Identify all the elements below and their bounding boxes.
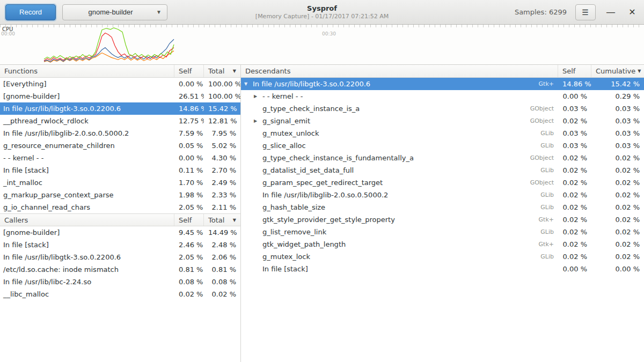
descendant-self-value: 0.02 % [558, 179, 591, 187]
function-row[interactable]: [Everything] 0.00 % 100.00 % [0, 78, 240, 90]
descendant-name-cell: g_type_check_instance_is_a GObject [241, 105, 558, 113]
descendant-row[interactable]: gtk_widget_path_length Gtk+ 0.02 % 0.02 … [241, 238, 644, 250]
descendant-cumulative-value: 0.02 % [591, 154, 644, 162]
descendant-row[interactable]: gtk_style_provider_get_style_property Gt… [241, 213, 644, 226]
function-row[interactable]: [gnome-builder] 26.51 % 100.00 % [0, 90, 240, 102]
descendant-row[interactable]: g_param_spec_get_redirect_target GObject… [241, 176, 644, 189]
descendant-name: In file /usr/lib/libglib-2.0.so.0.5000.2 [262, 191, 388, 199]
caller-name: [gnome-builder] [0, 228, 174, 237]
function-row[interactable]: In file /usr/lib/libgtk-3.so.0.2200.6 14… [0, 102, 240, 115]
function-name: In file [stack] [0, 166, 174, 174]
minimize-button[interactable]: — [604, 6, 617, 19]
function-name: In file /usr/lib/libglib-2.0.so.0.5000.2 [0, 129, 174, 137]
function-self-value: 7.59 % [174, 129, 204, 137]
descendant-row[interactable]: In file /usr/lib/libglib-2.0.so.0.5000.2… [241, 189, 644, 201]
descendants-cumulative-column-header[interactable]: Cumulative ▼ [591, 65, 644, 77]
descendants-self-column-header[interactable]: Self [558, 65, 591, 77]
descendant-row[interactable]: ▶ - - kernel - - 0.00 % 0.29 % [241, 90, 644, 102]
cpu-graph[interactable]: CPU 00:00 00:30 [0, 25, 644, 65]
function-name: [Everything] [0, 80, 174, 88]
library-badge: GLib [535, 204, 554, 211]
descendant-self-value: 0.02 % [558, 191, 591, 199]
library-badge: Gtk+ [533, 216, 554, 223]
caller-total-value: 14.49 % [204, 228, 240, 237]
record-button[interactable]: Record [5, 4, 56, 20]
descendants-column-header[interactable]: Descendants [241, 65, 558, 77]
function-total-value: 2.70 % [204, 166, 240, 174]
function-row[interactable]: In file /usr/lib/libglib-2.0.so.0.5000.2… [0, 127, 240, 139]
library-badge: GObject [525, 117, 554, 124]
function-self-value: 1.98 % [174, 191, 204, 199]
function-row[interactable]: In file [stack] 0.11 % 2.70 % [0, 164, 240, 176]
descendant-name: g_param_spec_get_redirect_target [262, 179, 383, 187]
process-selector[interactable]: gnome-builder ▼ [62, 4, 167, 20]
functions-header-row: Functions Self Total ▼ [0, 65, 240, 78]
menu-button[interactable]: ☰ [575, 4, 596, 20]
caller-row[interactable]: __libc_malloc 0.02 % 0.02 % [0, 288, 240, 300]
function-row[interactable]: g_markup_parse_context_parse 1.98 % 2.33… [0, 189, 240, 201]
descendant-name: g_hash_table_size [262, 203, 325, 211]
caller-row[interactable]: In file /usr/lib/libc-2.24.so 0.08 % 0.0… [0, 276, 240, 288]
caller-self-value: 9.45 % [174, 228, 204, 237]
descendant-row[interactable]: In file [stack] 0.00 % 0.00 % [241, 263, 644, 275]
functions-column-header[interactable]: Functions [0, 65, 174, 77]
left-pane: Functions Self Total ▼ [Everything] 0.00… [0, 65, 241, 362]
descendant-name-cell: gtk_style_provider_get_style_property Gt… [241, 216, 558, 224]
descendants-cumulative-label: Cumulative [596, 67, 635, 75]
descendant-name: g_type_check_instance_is_a [262, 105, 360, 113]
function-self-value: 26.51 % [174, 92, 204, 100]
descendant-name-cell: g_datalist_id_set_data_full GLib [241, 166, 558, 174]
descendant-cumulative-value: 0.00 % [591, 265, 644, 273]
caller-row[interactable]: In file [stack] 2.46 % 2.48 % [0, 239, 240, 251]
library-badge: GObject [525, 105, 554, 112]
time-tick-mid: 00:30 [322, 31, 336, 36]
descendant-name-cell: g_list_remove_link GLib [241, 228, 558, 236]
descendant-row[interactable]: g_type_check_instance_is_fundamentally_a… [241, 152, 644, 164]
callers-self-column-header[interactable]: Self [174, 214, 204, 226]
descendant-self-value: 0.03 % [558, 105, 591, 113]
function-total-value: 2.49 % [204, 179, 240, 187]
descendant-name: g_list_remove_link [262, 228, 326, 236]
expander-icon[interactable]: ▶ [254, 119, 262, 123]
descendant-cumulative-value: 0.02 % [591, 179, 644, 187]
library-badge: GLib [535, 253, 554, 260]
descendant-cumulative-value: 0.02 % [591, 216, 644, 224]
function-row[interactable]: __pthread_rwlock_rdlock 12.75 % 12.81 % [0, 115, 240, 127]
descendant-row[interactable]: g_hash_table_size GLib 0.02 % 0.02 % [241, 201, 644, 213]
close-button[interactable]: ✕ [626, 6, 639, 19]
descendant-name: gtk_widget_path_length [262, 240, 346, 248]
function-row[interactable]: g_io_channel_read_chars 2.05 % 2.11 % [0, 201, 240, 213]
callers-rows: [gnome-builder] 9.45 % 14.49 % In file [… [0, 226, 240, 300]
descendant-row[interactable]: g_mutex_unlock GLib 0.03 % 0.03 % [241, 127, 644, 139]
callers-column-header[interactable]: Callers [0, 214, 174, 226]
descendant-row[interactable]: g_datalist_id_set_data_full GLib 0.02 % … [241, 164, 644, 176]
function-row[interactable]: - - kernel - - 0.00 % 4.30 % [0, 152, 240, 164]
caller-row[interactable]: [gnome-builder] 9.45 % 14.49 % [0, 226, 240, 239]
function-row[interactable]: _int_malloc 1.70 % 2.49 % [0, 176, 240, 189]
descendant-cumulative-value: 15.42 % [591, 80, 644, 88]
descendant-self-value: 0.02 % [558, 216, 591, 224]
callers-header-row: Callers Self Total ▼ [0, 213, 240, 226]
functions-self-column-header[interactable]: Self [174, 65, 204, 77]
descendant-row[interactable]: ▶ g_signal_emit GObject 0.02 % 0.03 % [241, 115, 644, 127]
descendant-row[interactable]: g_mutex_lock GLib 0.02 % 0.02 % [241, 250, 644, 263]
descendant-row[interactable]: g_slice_alloc GLib 0.03 % 0.03 % [241, 139, 644, 152]
descendant-row[interactable]: g_list_remove_link GLib 0.02 % 0.02 % [241, 226, 644, 238]
functions-total-column-header[interactable]: Total ▼ [204, 65, 240, 77]
descendant-name-cell: g_mutex_lock GLib [241, 253, 558, 261]
caller-total-value: 2.06 % [204, 253, 240, 261]
function-row[interactable]: g_resource_enumerate_children 0.05 % 5.0… [0, 139, 240, 152]
expander-icon[interactable]: ▼ [244, 82, 253, 86]
descendant-name-cell: g_param_spec_get_redirect_target GObject [241, 179, 558, 187]
caller-row[interactable]: /etc/ld.so.cache: inode mismatch 0.81 % … [0, 263, 240, 276]
descendant-name: - - kernel - - [262, 92, 303, 100]
function-self-value: 0.05 % [174, 142, 204, 150]
library-badge: GObject [525, 179, 554, 186]
function-total-value: 5.02 % [204, 142, 240, 150]
caller-row[interactable]: In file /usr/lib/libgtk-3.so.0.2200.6 2.… [0, 251, 240, 263]
descendant-name: g_type_check_instance_is_fundamentally_a [262, 154, 414, 162]
descendant-row[interactable]: g_type_check_instance_is_a GObject 0.03 … [241, 102, 644, 115]
expander-icon[interactable]: ▶ [254, 94, 262, 99]
descendant-row[interactable]: ▼ In file /usr/lib/libgtk-3.so.0.2200.6 … [241, 78, 644, 90]
callers-total-column-header[interactable]: Total ▼ [204, 214, 240, 226]
